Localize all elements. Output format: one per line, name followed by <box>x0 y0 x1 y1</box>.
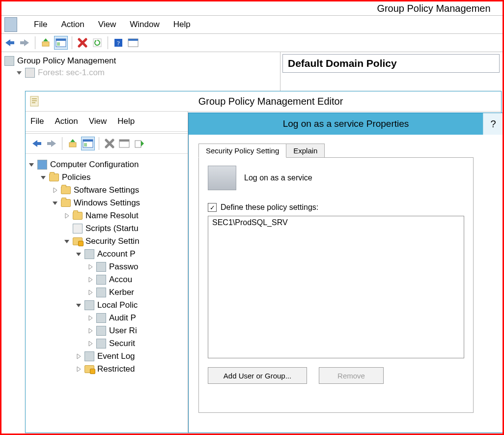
define-settings-checkbox[interactable]: ✓ <box>208 203 217 212</box>
disclosure-closed-icon[interactable] <box>64 213 70 219</box>
dialog-titlebar[interactable]: Log on as a service Properties ? <box>189 113 503 135</box>
help-button[interactable]: ? <box>112 36 125 49</box>
svg-marker-15 <box>17 71 22 75</box>
tree-security-options[interactable]: Securit <box>109 339 135 348</box>
svg-rect-28 <box>84 143 87 146</box>
tree-windows-settings[interactable]: Windows Settings <box>74 198 140 208</box>
gpm-app-icon <box>4 17 17 32</box>
gpme-back-button[interactable] <box>30 137 43 150</box>
policy-node-icon <box>84 249 94 259</box>
svg-marker-42 <box>89 290 92 295</box>
gpme-show-hide-tree-button[interactable] <box>81 137 95 150</box>
gpme-menu-help[interactable]: Help <box>117 116 135 126</box>
show-hide-tree-button[interactable] <box>54 36 68 50</box>
disclosure-closed-icon[interactable] <box>87 290 93 295</box>
properties-dialog: Log on as a service Properties ? Securit… <box>188 113 504 433</box>
svg-marker-2 <box>24 39 29 46</box>
policy-node-icon <box>96 275 106 285</box>
svg-marker-32 <box>141 141 144 146</box>
gpm-window-title: Group Policy Managemen <box>1 1 503 15</box>
gpm-tree[interactable]: Group Policy Management Forest: sec-1.co… <box>1 52 280 91</box>
menu-window[interactable]: Window <box>129 18 160 31</box>
disclosure-closed-icon[interactable] <box>52 187 58 193</box>
svg-rect-1 <box>10 41 14 44</box>
svg-marker-48 <box>77 367 81 372</box>
policy-node-icon <box>96 313 106 323</box>
svg-marker-5 <box>43 38 48 41</box>
tree-name-resolution[interactable]: Name Resolut <box>85 211 139 221</box>
svg-marker-46 <box>89 341 92 346</box>
up-button[interactable] <box>39 36 52 49</box>
tree-audit-policy[interactable]: Audit P <box>109 313 136 323</box>
disclosure-open-icon[interactable] <box>40 174 46 180</box>
svg-rect-31 <box>135 141 141 147</box>
svg-rect-8 <box>57 42 60 46</box>
add-user-or-group-button[interactable]: Add User or Group... <box>208 367 307 384</box>
delete-button[interactable] <box>76 36 89 49</box>
menu-view[interactable]: View <box>97 18 117 31</box>
tree-password-policy[interactable]: Passwo <box>109 262 139 272</box>
tree-account-lockout[interactable]: Accou <box>109 275 132 285</box>
back-button[interactable] <box>3 36 16 49</box>
menu-action[interactable]: Action <box>60 18 85 31</box>
menu-file[interactable]: File <box>33 18 48 31</box>
tree-local-policies[interactable]: Local Polic <box>97 300 138 310</box>
gpme-menu-action[interactable]: Action <box>55 116 78 126</box>
forward-button[interactable] <box>18 36 31 49</box>
disclosure-closed-icon[interactable] <box>76 353 82 359</box>
disclosure-open-icon[interactable] <box>52 200 58 206</box>
policy-node-icon <box>84 351 94 361</box>
list-item[interactable]: SEC1\ProdSQL_SRV <box>212 218 460 227</box>
gpme-export-button[interactable] <box>133 137 145 150</box>
disclosure-closed-icon[interactable] <box>87 277 93 283</box>
gpme-tree[interactable]: Computer Configuration Policies Software… <box>26 155 188 434</box>
policy-node-icon <box>96 262 106 272</box>
gpm-toolbar: ? <box>1 34 503 52</box>
disclosure-open-icon[interactable] <box>28 162 34 168</box>
svg-rect-18 <box>32 100 37 101</box>
tab-security-policy-setting[interactable]: Security Policy Setting <box>198 144 286 158</box>
tree-software-settings[interactable]: Software Settings <box>74 185 139 195</box>
dialog-help-button[interactable]: ? <box>483 113 503 135</box>
tree-event-log[interactable]: Event Log <box>97 351 135 361</box>
tree-account-policies[interactable]: Account P <box>97 249 136 259</box>
gpme-delete-button[interactable] <box>103 137 116 150</box>
gpme-menu-file[interactable]: File <box>30 116 44 126</box>
folder-icon <box>61 199 71 207</box>
policy-node-icon <box>96 326 106 336</box>
security-folder-icon <box>73 237 83 245</box>
disclosure-open-icon[interactable] <box>76 302 82 308</box>
disclosure-closed-icon[interactable] <box>87 264 93 270</box>
svg-rect-19 <box>32 102 35 103</box>
tab-explain[interactable]: Explain <box>286 144 325 158</box>
tree-node-forest[interactable]: Forest: sec-1.com <box>38 68 105 78</box>
tree-policies[interactable]: Policies <box>62 173 91 182</box>
disclosure-open-icon[interactable] <box>16 70 22 76</box>
disclosure-open-icon[interactable] <box>64 238 70 244</box>
tree-restricted-groups[interactable]: Restricted <box>97 364 135 374</box>
users-listbox[interactable]: SEC1\ProdSQL_SRV <box>208 216 464 358</box>
gpme-forward-button[interactable] <box>45 137 58 150</box>
gpme-menu-view[interactable]: View <box>89 116 107 126</box>
gpme-toolbar <box>26 134 188 154</box>
gpme-up-button[interactable] <box>66 137 79 150</box>
refresh-button[interactable] <box>91 36 104 49</box>
tree-computer-configuration[interactable]: Computer Configuration <box>50 160 139 170</box>
disclosure-closed-icon[interactable] <box>87 315 93 321</box>
menu-help[interactable]: Help <box>172 18 192 31</box>
restricted-folder-icon <box>84 365 94 373</box>
disclosure-closed-icon[interactable] <box>76 366 82 372</box>
disclosure-closed-icon[interactable] <box>87 341 93 347</box>
gpme-extra1-button[interactable] <box>118 137 131 150</box>
svg-marker-43 <box>76 304 81 307</box>
disclosure-closed-icon[interactable] <box>87 328 93 334</box>
tree-node-root[interactable]: Group Policy Management <box>17 56 116 66</box>
svg-rect-7 <box>56 39 66 41</box>
tree-security-settings[interactable]: Security Settin <box>85 236 140 246</box>
disclosure-open-icon[interactable] <box>76 251 82 257</box>
tree-scripts[interactable]: Scripts (Startu <box>85 224 139 233</box>
tree-kerberos-policy[interactable]: Kerber <box>109 288 134 297</box>
svg-marker-33 <box>29 163 34 167</box>
properties-button[interactable] <box>127 36 140 49</box>
tree-user-rights[interactable]: User Ri <box>109 326 137 336</box>
